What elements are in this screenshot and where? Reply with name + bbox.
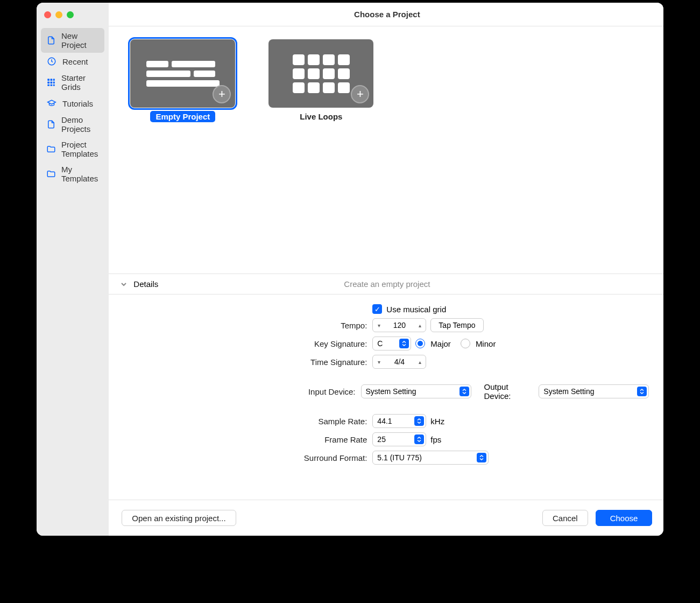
major-radio[interactable] (415, 339, 425, 348)
footer: Open an existing project... Cancel Choos… (109, 500, 663, 536)
use-musical-grid-label: Use musical grid (386, 305, 446, 314)
grid-icon (46, 77, 56, 88)
window-title: Choose a Project (109, 3, 663, 26)
key-signature-label: Key Signature: (125, 339, 372, 348)
stepper-down-icon[interactable]: ▾ (373, 322, 385, 328)
details-title: Details (133, 279, 158, 289)
frame-rate-select[interactable]: 25 (372, 432, 426, 446)
plus-icon: + (351, 85, 369, 103)
window-title-text: Choose a Project (354, 10, 420, 19)
choose-button[interactable]: Choose (596, 510, 653, 526)
graduation-cap-icon (46, 98, 57, 109)
tempo-value[interactable]: 120 (385, 321, 414, 329)
svg-rect-5 (51, 82, 53, 84)
sample-rate-unit: kHz (430, 417, 444, 426)
tap-tempo-button[interactable]: Tap Tempo (430, 318, 483, 332)
sidebar-item-label: Recent (62, 57, 88, 66)
close-window-button[interactable] (44, 11, 51, 18)
time-signature-value[interactable]: 4/4 (385, 357, 414, 366)
tempo-stepper[interactable]: ▾ 120 ▴ (372, 318, 426, 332)
details-subtitle: Create an empty project (109, 279, 663, 289)
svg-rect-6 (53, 82, 55, 84)
updown-icon (477, 453, 486, 462)
folder-icon (46, 144, 56, 155)
svg-rect-2 (51, 79, 53, 81)
input-device-label: Input Device: (125, 387, 360, 396)
time-signature-label: Time Signature: (125, 357, 372, 367)
surround-format-select[interactable]: 5.1 (ITU 775) (372, 451, 489, 465)
stepper-up-icon[interactable]: ▴ (414, 322, 426, 328)
sidebar-item-tutorials[interactable]: Tutorials (41, 95, 104, 112)
frame-rate-label: Frame Rate (125, 435, 372, 444)
sidebar-item-new-project[interactable]: New Project (41, 28, 104, 53)
time-signature-stepper[interactable]: ▾ 4/4 ▴ (372, 355, 426, 369)
stepper-down-icon[interactable]: ▾ (373, 359, 385, 365)
sidebar-item-demo-projects[interactable]: Demo Projects (41, 112, 104, 137)
sidebar-item-label: My Templates (61, 165, 99, 183)
minor-label: Minor (476, 339, 496, 348)
template-thumbnail: + (268, 39, 373, 108)
template-empty-project[interactable]: + Empty Project (130, 39, 235, 261)
sidebar-item-label: Project Templates (61, 140, 99, 158)
use-musical-grid-checkbox[interactable]: ✓ (372, 304, 382, 314)
cancel-button[interactable]: Cancel (542, 510, 588, 526)
sample-rate-label: Sample Rate: (125, 417, 372, 426)
template-thumbnail: + (130, 39, 235, 108)
output-device-select[interactable]: System Setting (539, 384, 649, 398)
sidebar-item-starter-grids[interactable]: Starter Grids (41, 70, 104, 95)
folder-icon (46, 169, 56, 179)
updown-icon (414, 416, 424, 426)
svg-rect-3 (53, 79, 55, 81)
document-icon (46, 35, 56, 46)
sidebar-item-recent[interactable]: Recent (41, 53, 104, 70)
template-label: Live Loops (294, 111, 348, 122)
sample-rate-select[interactable]: 44.1 (372, 414, 426, 428)
svg-rect-8 (51, 85, 53, 86)
open-existing-project-button[interactable]: Open an existing project... (122, 510, 236, 526)
project-chooser-window: New Project Recent Starter Grids Tutoria… (37, 3, 663, 536)
input-device-select[interactable]: System Setting (361, 384, 471, 398)
stepper-up-icon[interactable]: ▴ (414, 359, 426, 365)
major-label: Major (430, 339, 451, 348)
zoom-window-button[interactable] (67, 11, 74, 18)
plus-icon: + (213, 85, 231, 103)
template-label: Empty Project (150, 111, 215, 122)
sidebar-item-label: New Project (61, 31, 99, 50)
details-header: Details Create an empty project (109, 274, 663, 295)
svg-rect-9 (53, 85, 55, 86)
key-signature-select[interactable]: C (372, 336, 411, 350)
svg-rect-1 (47, 79, 50, 81)
sidebar-item-label: Tutorials (62, 99, 93, 108)
updown-icon (637, 387, 647, 396)
document-icon (46, 119, 56, 130)
updown-icon (414, 434, 424, 444)
main-content: Choose a Project + Empty Project (109, 3, 663, 536)
frame-rate-unit: fps (430, 435, 441, 444)
window-controls (41, 9, 104, 28)
minimize-window-button[interactable] (55, 11, 62, 18)
details-form: ✓ Use musical grid Tempo: ▾ 120 ▴ Tap Te… (109, 295, 663, 500)
updown-icon (399, 339, 409, 348)
disclosure-triangle[interactable] (119, 280, 128, 289)
svg-rect-4 (47, 82, 50, 84)
minor-radio[interactable] (461, 339, 470, 348)
sidebar-item-my-templates[interactable]: My Templates (41, 162, 104, 186)
svg-rect-7 (47, 85, 50, 86)
clock-icon (46, 56, 57, 67)
sidebar-item-project-templates[interactable]: Project Templates (41, 137, 104, 162)
updown-icon (459, 387, 469, 396)
template-live-loops[interactable]: + Live Loops (268, 39, 373, 261)
surround-format-label: Surround Format: (125, 453, 372, 462)
sidebar-item-label: Starter Grids (61, 73, 99, 92)
sidebar-item-label: Demo Projects (61, 115, 99, 134)
tempo-label: Tempo: (125, 321, 372, 330)
sidebar: New Project Recent Starter Grids Tutoria… (37, 3, 109, 536)
template-gallery: + Empty Project + Live Loops (109, 26, 663, 274)
output-device-label: Output Device: (484, 382, 535, 401)
